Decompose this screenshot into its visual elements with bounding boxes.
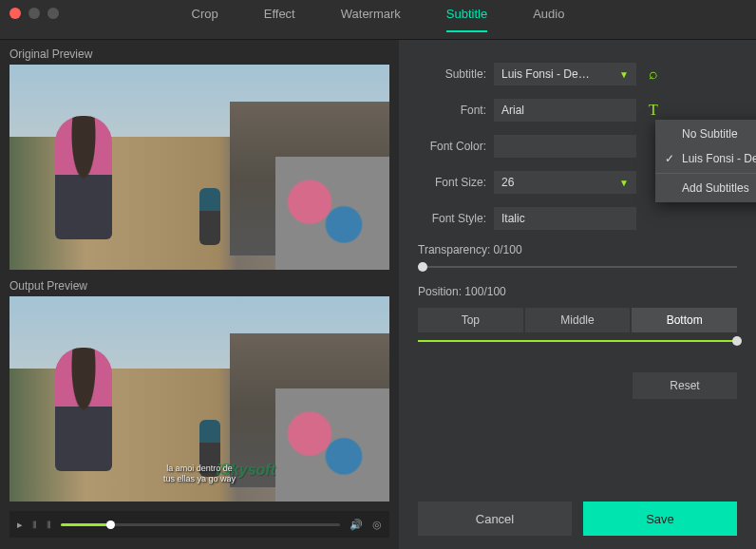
subtitle-field-label: Subtitle: — [418, 67, 486, 81]
tab-bar: Crop Effect Watermark Subtitle Audio — [0, 0, 756, 40]
main-content: Original Preview Output Preview iSkysoft… — [0, 40, 756, 549]
reset-button[interactable]: Reset — [633, 372, 737, 399]
chevron-down-icon: ▼ — [619, 69, 629, 80]
playback-controls: ▸ ⦀ ⦀ 🔊 ◎ — [9, 511, 389, 538]
original-preview — [9, 65, 389, 270]
dropdown-item-no-subtitle[interactable]: No Subtitle — [655, 122, 756, 146]
fontstyle-field-label: Font Style: — [418, 212, 486, 225]
tab-audio[interactable]: Audio — [533, 7, 564, 32]
font-field-label: Font: — [418, 104, 486, 117]
font-select[interactable]: Arial — [494, 99, 636, 122]
output-preview: iSkysoft la amoi dentro detus ellas ya g… — [9, 296, 389, 502]
tab-subtitle[interactable]: Subtitle — [446, 7, 487, 32]
font-style-icon[interactable]: T — [644, 102, 663, 119]
tab-watermark[interactable]: Watermark — [341, 7, 401, 32]
search-icon[interactable]: ⌕ — [644, 66, 663, 83]
next-frame-icon[interactable]: ⦀ — [47, 519, 51, 531]
fontcolor-select[interactable] — [494, 135, 636, 158]
settings-panel: Subtitle: Luis Fonsi - De…▼ ⌕ Font: Aria… — [399, 40, 756, 549]
snapshot-icon[interactable]: ◎ — [372, 519, 382, 531]
position-slider[interactable] — [418, 340, 737, 342]
transparency-slider[interactable] — [418, 266, 737, 268]
close-window-icon[interactable] — [9, 8, 21, 19]
play-icon[interactable]: ▸ — [17, 519, 23, 531]
subtitle-overlay: la amoi dentro detus ellas ya go way — [47, 464, 351, 484]
fontsize-field-label: Font Size: — [418, 176, 486, 189]
prev-frame-icon[interactable]: ⦀ — [32, 519, 37, 531]
minimize-window-icon[interactable] — [28, 8, 40, 19]
dropdown-item-selected[interactable]: Luis Fonsi - Despacito ft. Daddy Yankee.… — [655, 146, 756, 171]
window-controls — [0, 0, 68, 27]
chevron-down-icon: ▼ — [619, 178, 629, 188]
fontcolor-field-label: Font Color: — [418, 140, 486, 153]
tab-crop[interactable]: Crop — [192, 7, 218, 32]
playback-progress[interactable] — [61, 523, 340, 526]
tab-effect[interactable]: Effect — [264, 7, 295, 32]
fontsize-select[interactable]: 26▼ — [494, 171, 636, 194]
cancel-button[interactable]: Cancel — [418, 502, 572, 536]
dropdown-divider — [655, 173, 756, 174]
position-middle-button[interactable]: Middle — [525, 308, 631, 332]
volume-icon[interactable]: 🔊 — [350, 519, 363, 531]
position-label: Position: 100/100 — [418, 285, 737, 298]
maximize-window-icon[interactable] — [47, 8, 59, 19]
save-button[interactable]: Save — [583, 502, 737, 536]
subtitle-dropdown-menu: No Subtitle Luis Fonsi - Despacito ft. D… — [655, 120, 756, 202]
dropdown-item-add-subtitles[interactable]: Add Subtitles — [655, 176, 756, 200]
transparency-label: Transparency: 0/100 — [418, 243, 737, 256]
output-preview-label: Output Preview — [9, 279, 389, 293]
original-preview-label: Original Preview — [9, 47, 389, 61]
position-top-button[interactable]: Top — [418, 308, 523, 332]
position-bottom-button[interactable]: Bottom — [632, 308, 737, 332]
subtitle-select[interactable]: Luis Fonsi - De…▼ — [494, 63, 636, 85]
preview-panel: Original Preview Output Preview iSkysoft… — [0, 40, 399, 549]
fontstyle-select[interactable]: Italic — [494, 207, 636, 230]
